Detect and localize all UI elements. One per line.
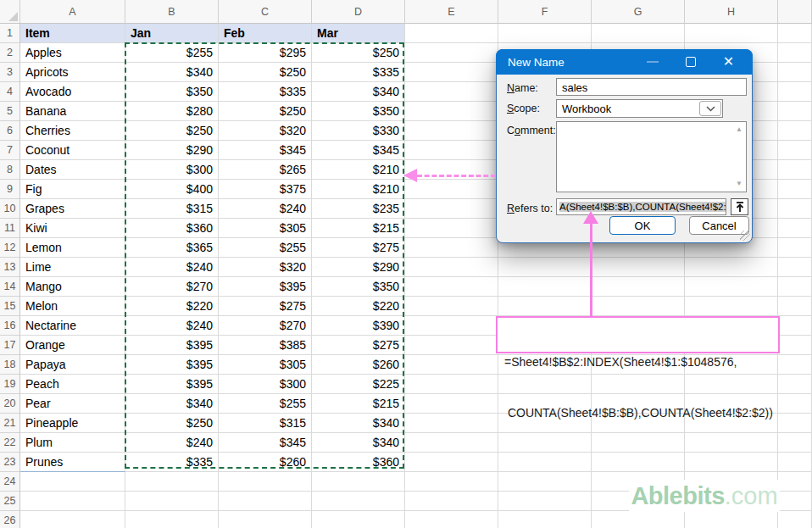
cell-E19[interactable]: [405, 375, 498, 394]
cell-overflow-14[interactable]: [778, 277, 812, 297]
cell-F25[interactable]: [498, 492, 592, 511]
cell-E14[interactable]: [405, 277, 498, 297]
row-header-12[interactable]: 12: [0, 238, 20, 258]
cell-D4[interactable]: $340: [312, 82, 405, 102]
cell-A21[interactable]: Pineapple: [20, 414, 125, 433]
cell-C6[interactable]: $320: [219, 121, 312, 141]
scroll-up-icon[interactable]: ▲: [736, 126, 742, 133]
cell-overflow-24[interactable]: [778, 472, 812, 492]
cell-B19[interactable]: $395: [125, 375, 219, 394]
cell-A2[interactable]: Apples: [20, 43, 125, 63]
cell-D16[interactable]: $390: [312, 316, 405, 336]
cell-D20[interactable]: $215: [312, 394, 405, 414]
cell-A11[interactable]: Kiwi: [20, 219, 125, 238]
cell-D5[interactable]: $350: [312, 102, 405, 121]
cell-C3[interactable]: $250: [219, 63, 312, 82]
cell-B10[interactable]: $315: [125, 199, 219, 219]
cell-C12[interactable]: $255: [219, 238, 312, 258]
cell-A17[interactable]: Orange: [20, 336, 125, 355]
cell-C1[interactable]: Feb: [219, 24, 312, 43]
row-header-22[interactable]: 22: [0, 433, 20, 453]
column-header-G[interactable]: G: [592, 0, 685, 24]
cell-E5[interactable]: [405, 102, 498, 121]
column-header-H[interactable]: H: [685, 0, 778, 24]
cell-A13[interactable]: Lime: [20, 258, 125, 277]
cell-F23[interactable]: [498, 453, 592, 472]
cell-B22[interactable]: $240: [125, 433, 219, 453]
cell-overflow-3[interactable]: [778, 63, 812, 82]
cell-A12[interactable]: Lemon: [20, 238, 125, 258]
cell-D11[interactable]: $215: [312, 219, 405, 238]
cell-overflow-21[interactable]: [778, 414, 812, 433]
cell-A20[interactable]: Pear: [20, 394, 125, 414]
cell-overflow-1[interactable]: [778, 24, 812, 43]
cell-A5[interactable]: Banana: [20, 102, 125, 121]
cell-A10[interactable]: Grapes: [20, 199, 125, 219]
row-header-10[interactable]: 10: [0, 199, 20, 219]
cell-C13[interactable]: $320: [219, 258, 312, 277]
cell-A6[interactable]: Cherries: [20, 121, 125, 141]
cell-A4[interactable]: Avocado: [20, 82, 125, 102]
row-header-14[interactable]: 14: [0, 277, 20, 297]
cell-D26[interactable]: [312, 511, 405, 528]
cell-B1[interactable]: Jan: [125, 24, 219, 43]
cell-F13[interactable]: [498, 258, 592, 277]
cell-D6[interactable]: $330: [312, 121, 405, 141]
cell-overflow-10[interactable]: [778, 199, 812, 219]
row-header-17[interactable]: 17: [0, 336, 20, 355]
cell-A22[interactable]: Plum: [20, 433, 125, 453]
cell-C24[interactable]: [219, 472, 312, 492]
cell-H26[interactable]: [685, 511, 778, 528]
ok-button[interactable]: OK: [609, 216, 676, 235]
cell-B2[interactable]: $255: [125, 43, 219, 63]
resize-grip[interactable]: [740, 231, 750, 241]
cell-B5[interactable]: $280: [125, 102, 219, 121]
cell-D14[interactable]: $350: [312, 277, 405, 297]
cell-A24[interactable]: [20, 472, 125, 492]
row-header-23[interactable]: 23: [0, 453, 20, 472]
cell-B18[interactable]: $395: [125, 355, 219, 375]
chevron-down-icon[interactable]: [699, 101, 721, 116]
row-header-5[interactable]: 5: [0, 102, 20, 121]
cell-E6[interactable]: [405, 121, 498, 141]
cell-H14[interactable]: [685, 277, 778, 297]
cell-C7[interactable]: $345: [219, 141, 312, 160]
cell-D7[interactable]: $345: [312, 141, 405, 160]
cell-overflow-13[interactable]: [778, 258, 812, 277]
cell-H23[interactable]: [685, 453, 778, 472]
cell-A16[interactable]: Nectarine: [20, 316, 125, 336]
row-header-9[interactable]: 9: [0, 180, 20, 199]
cell-B23[interactable]: $335: [125, 453, 219, 472]
cell-B6[interactable]: $250: [125, 121, 219, 141]
cell-D1[interactable]: Mar: [312, 24, 405, 43]
cell-D12[interactable]: $275: [312, 238, 405, 258]
cell-overflow-22[interactable]: [778, 433, 812, 453]
cell-E24[interactable]: [405, 472, 498, 492]
row-header-4[interactable]: 4: [0, 82, 20, 102]
name-input[interactable]: [556, 78, 747, 96]
cell-C10[interactable]: $240: [219, 199, 312, 219]
cell-overflow-7[interactable]: [778, 141, 812, 160]
dialog-titlebar[interactable]: New Name ✕: [496, 49, 753, 75]
cell-D24[interactable]: [312, 472, 405, 492]
row-header-8[interactable]: 8: [0, 160, 20, 180]
cell-C9[interactable]: $375: [219, 180, 312, 199]
cell-D21[interactable]: $340: [312, 414, 405, 433]
row-header-24[interactable]: 24: [0, 472, 20, 492]
cell-overflow-25[interactable]: [778, 492, 812, 511]
column-header-E[interactable]: E: [405, 0, 498, 24]
cell-E21[interactable]: [405, 414, 498, 433]
cell-D9[interactable]: $210: [312, 180, 405, 199]
column-header-F[interactable]: F: [498, 0, 592, 24]
column-header-B[interactable]: B: [125, 0, 219, 24]
cell-D8[interactable]: $210: [312, 160, 405, 180]
cell-B8[interactable]: $300: [125, 160, 219, 180]
cell-G1[interactable]: [592, 24, 685, 43]
cell-D10[interactable]: $235: [312, 199, 405, 219]
cell-E16[interactable]: [405, 316, 498, 336]
cell-G26[interactable]: [592, 511, 685, 528]
cell-B21[interactable]: $250: [125, 414, 219, 433]
cell-C14[interactable]: $395: [219, 277, 312, 297]
cell-B26[interactable]: [125, 511, 219, 528]
cell-B24[interactable]: [125, 472, 219, 492]
